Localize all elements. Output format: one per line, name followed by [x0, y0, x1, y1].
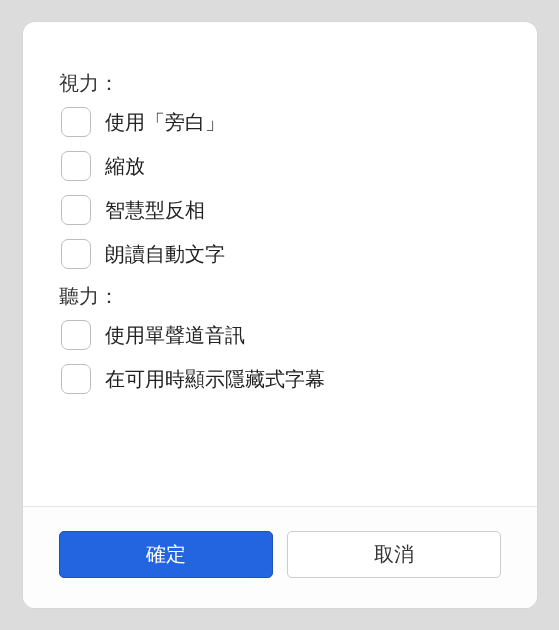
dialog-footer: 確定 取消 — [23, 506, 537, 608]
option-label: 智慧型反相 — [105, 197, 205, 224]
option-label: 在可用時顯示隱藏式字幕 — [105, 366, 325, 393]
hearing-section-label: 聽力： — [59, 283, 501, 310]
dialog-content: 視力： 使用「旁白」 縮放 智慧型反相 朗讀自動文字 聽力： 使用單聲道音訊 在… — [23, 22, 537, 506]
option-row-mono-audio: 使用單聲道音訊 — [59, 320, 501, 350]
option-row-zoom: 縮放 — [59, 151, 501, 181]
option-label: 朗讀自動文字 — [105, 241, 225, 268]
option-label: 使用單聲道音訊 — [105, 322, 245, 349]
option-row-closed-captions: 在可用時顯示隱藏式字幕 — [59, 364, 501, 394]
option-row-speak-auto-text: 朗讀自動文字 — [59, 239, 501, 269]
vision-section-label: 視力： — [59, 70, 501, 97]
confirm-button[interactable]: 確定 — [59, 531, 273, 578]
option-label: 使用「旁白」 — [105, 109, 225, 136]
option-row-voiceover: 使用「旁白」 — [59, 107, 501, 137]
cancel-button[interactable]: 取消 — [287, 531, 501, 578]
checkbox-mono-audio[interactable] — [61, 320, 91, 350]
option-row-smart-invert: 智慧型反相 — [59, 195, 501, 225]
checkbox-voiceover[interactable] — [61, 107, 91, 137]
option-label: 縮放 — [105, 153, 145, 180]
checkbox-speak-auto-text[interactable] — [61, 239, 91, 269]
checkbox-closed-captions[interactable] — [61, 364, 91, 394]
checkbox-zoom[interactable] — [61, 151, 91, 181]
accessibility-dialog: 視力： 使用「旁白」 縮放 智慧型反相 朗讀自動文字 聽力： 使用單聲道音訊 在… — [23, 22, 537, 608]
checkbox-smart-invert[interactable] — [61, 195, 91, 225]
